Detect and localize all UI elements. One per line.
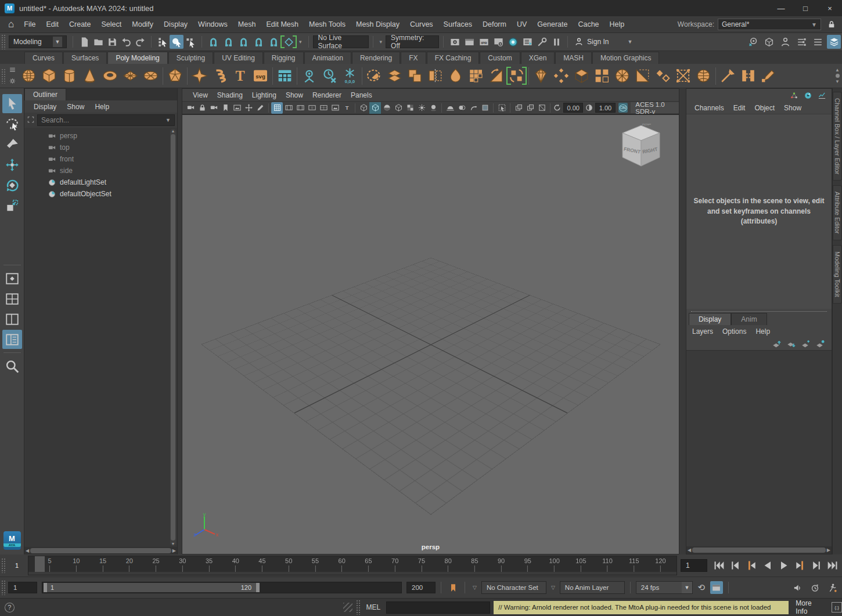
sep[interactable] bbox=[295, 66, 299, 86]
gamma-icon[interactable] bbox=[585, 102, 593, 114]
svg-tool-icon[interactable] bbox=[250, 66, 271, 86]
boolean-icon[interactable] bbox=[405, 66, 425, 86]
menu-create[interactable]: Create bbox=[64, 16, 96, 33]
move-layer-down-icon[interactable] bbox=[786, 338, 797, 349]
dotted-divider[interactable] bbox=[691, 311, 827, 312]
chevron-down-icon[interactable]: ▾ bbox=[297, 39, 304, 45]
vp-menu-panels[interactable]: Panels bbox=[346, 91, 377, 99]
mel-label[interactable]: MEL bbox=[364, 603, 383, 611]
field-chart-icon[interactable] bbox=[318, 102, 329, 114]
shelf-tab-uv-editing[interactable]: UV Editing bbox=[214, 52, 263, 64]
panel-splitter[interactable] bbox=[178, 88, 182, 554]
outliner-item-defaultobjectset[interactable]: defaultObjectSet bbox=[24, 188, 177, 200]
create-polygon-icon[interactable] bbox=[364, 66, 384, 86]
playblast-icon[interactable] bbox=[710, 581, 723, 594]
layer-menu-options[interactable]: Options bbox=[718, 327, 751, 336]
play-backwards-button[interactable] bbox=[761, 559, 775, 572]
create-grid-icon[interactable] bbox=[275, 66, 295, 86]
step-forward-key-button[interactable] bbox=[793, 559, 807, 572]
range-slider-handle[interactable]: 1 120 bbox=[44, 583, 260, 592]
center-pivot-icon[interactable] bbox=[299, 66, 319, 86]
drag-grip[interactable] bbox=[1, 34, 6, 49]
menu-mesh[interactable]: Mesh bbox=[233, 16, 261, 33]
close-button[interactable]: × bbox=[818, 0, 842, 16]
mirror-cut-icon[interactable] bbox=[506, 66, 527, 86]
shelf-gear-icon[interactable] bbox=[9, 77, 16, 87]
outliner-item-defaultlightset[interactable]: defaultLightSet bbox=[24, 176, 177, 188]
loop-playback-icon[interactable]: ⟲ bbox=[695, 581, 708, 594]
two-pane-layout[interactable] bbox=[2, 309, 22, 329]
divider[interactable] bbox=[567, 36, 568, 48]
go-to-start-button[interactable] bbox=[712, 559, 726, 572]
vp-menu-shading[interactable]: Shading bbox=[213, 91, 247, 99]
snap-to-projected-center-icon[interactable] bbox=[251, 35, 265, 49]
select-tool[interactable] bbox=[2, 94, 22, 113]
spin-edge-icon[interactable] bbox=[653, 66, 673, 86]
shelf-tab-mash[interactable]: MASH bbox=[555, 52, 592, 64]
chevron-down-icon[interactable]: ▽ bbox=[549, 585, 557, 590]
drag-grip[interactable] bbox=[1, 69, 6, 84]
current-frame-field[interactable]: 1 bbox=[681, 559, 707, 572]
snap-to-curves-icon[interactable] bbox=[221, 35, 235, 49]
ipr-render-icon[interactable] bbox=[477, 35, 491, 49]
poly-disc-icon[interactable] bbox=[141, 66, 161, 86]
single-pane-layout[interactable] bbox=[2, 269, 22, 288]
layer-horizontal-scrollbar[interactable]: ◀▶ bbox=[686, 546, 832, 554]
outliner-menu-show[interactable]: Show bbox=[62, 103, 89, 111]
exposure-field[interactable]: 0.00 bbox=[563, 103, 583, 113]
outliner-vertical-scrollbar[interactable]: ▲▼ bbox=[170, 129, 176, 546]
quad-draw-icon[interactable] bbox=[551, 66, 571, 86]
divider[interactable] bbox=[373, 36, 373, 48]
tool-settings-icon[interactable] bbox=[811, 35, 825, 49]
pan-zoom-icon[interactable] bbox=[243, 102, 254, 114]
sculpt-sphere-icon[interactable] bbox=[693, 66, 714, 86]
outliner-horizontal-scrollbar[interactable]: ◀▶ bbox=[24, 547, 177, 554]
menu-mesh-tools[interactable]: Mesh Tools bbox=[304, 16, 351, 33]
menu-file[interactable]: File bbox=[19, 16, 41, 33]
menu-edit[interactable]: Edit bbox=[41, 16, 64, 33]
smooth-icon[interactable] bbox=[531, 66, 551, 86]
sep[interactable] bbox=[271, 66, 275, 86]
select-component-icon[interactable] bbox=[183, 35, 197, 49]
drag-grip[interactable] bbox=[1, 558, 6, 573]
snap-to-points-icon[interactable] bbox=[236, 35, 250, 49]
sign-in-button[interactable]: Sign In ▼ bbox=[572, 37, 635, 46]
menu-mesh-display[interactable]: Mesh Display bbox=[351, 16, 405, 33]
poly-plane-icon[interactable] bbox=[120, 66, 141, 86]
snap-to-grids-icon[interactable] bbox=[206, 35, 220, 49]
chevron-down-icon[interactable]: ▽ bbox=[470, 585, 479, 590]
tear-off-copy-icon[interactable] bbox=[524, 102, 536, 114]
attribute-editor-icon[interactable] bbox=[794, 35, 808, 49]
divider[interactable] bbox=[308, 36, 309, 48]
sep[interactable] bbox=[185, 66, 189, 86]
menu-set-select[interactable]: Modeling ▼ bbox=[9, 35, 67, 48]
shelf-tab-curves[interactable]: Curves bbox=[24, 52, 63, 64]
panel-splitter[interactable] bbox=[679, 88, 686, 554]
circularize-icon[interactable] bbox=[612, 66, 632, 86]
fill-hole-icon[interactable] bbox=[466, 66, 486, 86]
vp-menu-view[interactable]: View bbox=[188, 91, 213, 99]
safe-action-icon[interactable] bbox=[329, 102, 341, 114]
view-cube[interactable]: TOP FRONT RIGHT bbox=[618, 122, 664, 175]
smooth-shade-icon[interactable] bbox=[369, 102, 381, 114]
poly-sphere-icon[interactable] bbox=[19, 66, 39, 86]
snap-to-view-planes-icon[interactable] bbox=[267, 35, 280, 49]
redo-icon[interactable] bbox=[133, 35, 147, 49]
divider[interactable] bbox=[201, 36, 202, 48]
move-layer-up-icon[interactable] bbox=[772, 338, 782, 349]
paint-select-tool[interactable] bbox=[2, 135, 22, 154]
four-pane-layout[interactable] bbox=[2, 289, 22, 308]
image-plane-icon[interactable] bbox=[231, 102, 243, 114]
mirror-icon[interactable] bbox=[425, 66, 445, 86]
shelf-scroll-up-icon[interactable]: ▲ bbox=[835, 67, 840, 73]
poly-cone-icon[interactable] bbox=[80, 66, 100, 86]
extrude-icon[interactable] bbox=[571, 66, 592, 86]
outliner-item-persp[interactable]: persp bbox=[24, 130, 177, 142]
outliner-item-front[interactable]: front bbox=[24, 153, 177, 165]
mel-command-input[interactable] bbox=[386, 601, 490, 614]
safe-title-icon[interactable] bbox=[341, 102, 352, 114]
cb-menu-object[interactable]: Object bbox=[750, 104, 779, 112]
menu-cache[interactable]: Cache bbox=[573, 16, 604, 33]
bevel-icon[interactable] bbox=[592, 66, 612, 86]
more-info-button[interactable]: More Info bbox=[792, 599, 828, 615]
